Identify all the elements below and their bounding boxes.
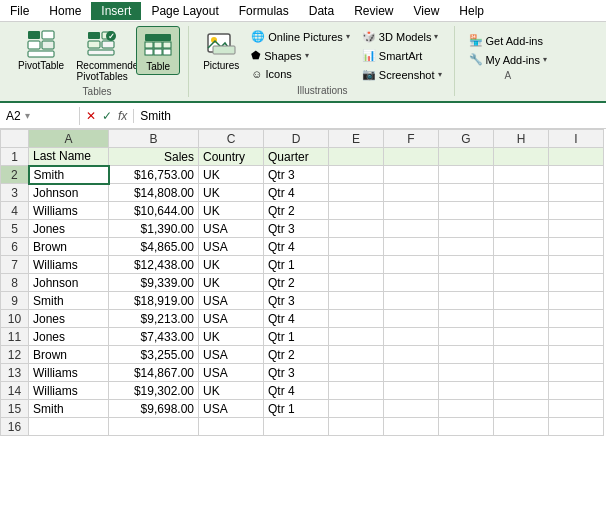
cell-H12[interactable] [494,346,549,364]
cell-F14[interactable] [384,382,439,400]
cell-I12[interactable] [549,346,604,364]
cell-B1[interactable]: Sales [109,148,199,166]
cell-F16[interactable] [384,418,439,436]
cell-H16[interactable] [494,418,549,436]
cell-D10[interactable]: Qtr 4 [264,310,329,328]
cell-G8[interactable] [439,274,494,292]
cell-B15[interactable]: $9,698.00 [109,400,199,418]
cell-H11[interactable] [494,328,549,346]
cell-E7[interactable] [329,256,384,274]
cell-F12[interactable] [384,346,439,364]
cell-F15[interactable] [384,400,439,418]
cell-E13[interactable] [329,364,384,382]
cell-F9[interactable] [384,292,439,310]
cell-E8[interactable] [329,274,384,292]
cell-G7[interactable] [439,256,494,274]
cell-B10[interactable]: $9,213.00 [109,310,199,328]
row-num-16[interactable]: 16 [1,418,29,436]
pivot-table-button[interactable]: PivotTable [14,26,68,73]
cell-E1[interactable] [329,148,384,166]
cell-C5[interactable]: USA [199,220,264,238]
cell-G1[interactable] [439,148,494,166]
cell-B8[interactable]: $9,339.00 [109,274,199,292]
screenshot-button[interactable]: 📷 Screenshot ▾ [358,66,446,83]
cell-H14[interactable] [494,382,549,400]
cell-H5[interactable] [494,220,549,238]
cell-C12[interactable]: USA [199,346,264,364]
my-addins-button[interactable]: 🔧 My Add-ins ▾ [465,51,551,68]
cell-F10[interactable] [384,310,439,328]
col-header-d[interactable]: D [264,130,329,148]
row-num-8[interactable]: 8 [1,274,29,292]
col-header-a[interactable]: A [29,130,109,148]
confirm-icon[interactable]: ✓ [102,109,112,123]
cell-E11[interactable] [329,328,384,346]
cell-D13[interactable]: Qtr 3 [264,364,329,382]
cell-I7[interactable] [549,256,604,274]
cell-D11[interactable]: Qtr 1 [264,328,329,346]
cell-I8[interactable] [549,274,604,292]
col-header-h[interactable]: H [494,130,549,148]
cell-E15[interactable] [329,400,384,418]
row-num-4[interactable]: 4 [1,202,29,220]
menu-insert[interactable]: Insert [91,2,141,20]
cell-C2[interactable]: UK [199,166,264,184]
cell-G13[interactable] [439,364,494,382]
row-num-7[interactable]: 7 [1,256,29,274]
cell-D8[interactable]: Qtr 2 [264,274,329,292]
cell-F6[interactable] [384,238,439,256]
cell-D7[interactable]: Qtr 1 [264,256,329,274]
row-num-15[interactable]: 15 [1,400,29,418]
row-num-5[interactable]: 5 [1,220,29,238]
cell-B11[interactable]: $7,433.00 [109,328,199,346]
row-num-10[interactable]: 10 [1,310,29,328]
cell-D3[interactable]: Qtr 4 [264,184,329,202]
cell-B14[interactable]: $19,302.00 [109,382,199,400]
cell-B4[interactable]: $10,644.00 [109,202,199,220]
row-num-6[interactable]: 6 [1,238,29,256]
cell-F4[interactable] [384,202,439,220]
cancel-icon[interactable]: ✕ [86,109,96,123]
cell-C9[interactable]: USA [199,292,264,310]
cell-C11[interactable]: UK [199,328,264,346]
menu-review[interactable]: Review [344,2,403,20]
cell-H3[interactable] [494,184,549,202]
cell-D1[interactable]: Quarter [264,148,329,166]
cell-E6[interactable] [329,238,384,256]
cell-H9[interactable] [494,292,549,310]
cell-D9[interactable]: Qtr 3 [264,292,329,310]
cell-A13[interactable]: Williams [29,364,109,382]
cell-C7[interactable]: UK [199,256,264,274]
row-num-3[interactable]: 3 [1,184,29,202]
cell-D6[interactable]: Qtr 4 [264,238,329,256]
cell-G15[interactable] [439,400,494,418]
cell-F8[interactable] [384,274,439,292]
cell-A3[interactable]: Johnson [29,184,109,202]
cell-G10[interactable] [439,310,494,328]
menu-help[interactable]: Help [449,2,494,20]
pictures-button[interactable]: Pictures [199,26,243,73]
cell-D12[interactable]: Qtr 2 [264,346,329,364]
recommended-pivot-button[interactable]: ✓ RecommendedPivotTables [72,26,132,84]
cell-I5[interactable] [549,220,604,238]
cell-H13[interactable] [494,364,549,382]
3d-models-button[interactable]: 🎲 3D Models ▾ [358,28,446,45]
cell-I6[interactable] [549,238,604,256]
col-header-g[interactable]: G [439,130,494,148]
cell-D4[interactable]: Qtr 2 [264,202,329,220]
cell-E14[interactable] [329,382,384,400]
cell-G5[interactable] [439,220,494,238]
cell-F13[interactable] [384,364,439,382]
cell-I16[interactable] [549,418,604,436]
cell-A8[interactable]: Johnson [29,274,109,292]
cell-A5[interactable]: Jones [29,220,109,238]
cell-G9[interactable] [439,292,494,310]
cell-B7[interactable]: $12,438.00 [109,256,199,274]
cell-H8[interactable] [494,274,549,292]
row-num-14[interactable]: 14 [1,382,29,400]
row-num-13[interactable]: 13 [1,364,29,382]
cell-ref-dropdown[interactable]: ▾ [25,110,30,121]
cell-I4[interactable] [549,202,604,220]
cell-G16[interactable] [439,418,494,436]
cell-C15[interactable]: USA [199,400,264,418]
